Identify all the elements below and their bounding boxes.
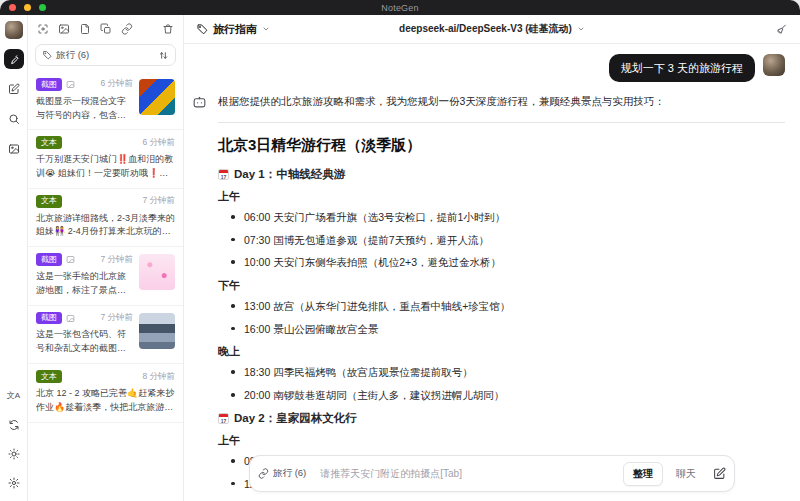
app-window: NoteGen 文A <box>0 0 800 501</box>
clear-chat-button[interactable] <box>775 23 788 36</box>
image-icon <box>66 80 75 89</box>
itinerary-item: 18:30 四季民福烤鸭（故宫店观景位需提前取号） <box>218 365 785 379</box>
note-time: 6 分钟前 <box>100 78 133 90</box>
note-type-badge: 截图 <box>36 253 62 266</box>
note-card[interactable]: 截图 7 分钟前 这是一张手绘的北京旅游地图，标注了景点、交通方式和门票价格，如… <box>28 247 183 305</box>
translate-icon: 文A <box>7 392 20 400</box>
compose-icon <box>8 83 20 95</box>
chat-input[interactable]: 请推荐天安门附近的拍摄点[Tab] <box>320 467 617 481</box>
notes-list: 截图 6 分钟前 截图显示一段混合文字与符号的内容，包含多行无序排列的字母、数字… <box>28 72 183 501</box>
send-button[interactable] <box>713 467 726 480</box>
model-name: deepseek-ai/DeepSeek-V3 (硅基流动) <box>399 22 572 36</box>
file-icon[interactable] <box>79 23 91 35</box>
nav-write-button[interactable] <box>4 79 24 99</box>
calendar-emoji <box>218 413 229 424</box>
nav-gallery-button[interactable] <box>4 139 24 159</box>
section-label: 上午 <box>218 433 785 448</box>
day-heading: Day 1：中轴线经典游 <box>218 167 785 182</box>
note-card[interactable]: 截图 6 分钟前 截图显示一段混合文字与符号的内容，包含多行无序排列的字母、数字… <box>28 72 183 130</box>
note-time: 8 分钟前 <box>142 371 175 383</box>
link-icon <box>258 468 269 479</box>
itinerary-item: 10:00 天安门东侧华表拍照（机位2+3，避免过金水桥） <box>218 255 785 269</box>
day-heading: Day 2：皇家园林文化行 <box>218 411 785 426</box>
note-time: 7 分钟前 <box>142 195 175 207</box>
note-thumbnail <box>139 313 175 349</box>
model-select[interactable]: deepseek-ai/DeepSeek-V3 (硅基流动) <box>399 22 585 36</box>
note-card[interactable]: 截图 7 分钟前 这是一张包含代码、符号和杂乱文本的截图，内容难以辨识，似乎涉及… <box>28 306 183 364</box>
sync-button[interactable] <box>4 415 24 435</box>
rail-bottom: 文A <box>4 377 24 493</box>
bot-icon <box>192 95 207 110</box>
note-type-badge: 文本 <box>36 136 62 149</box>
notes-toolbar <box>28 15 183 42</box>
chevron-down-icon <box>577 25 585 33</box>
note-thumbnail <box>139 254 175 290</box>
chat-scroll-area[interactable]: 规划一下 3 天的旅游行程 根据您提供的北京旅游攻略和需求，我为您规划一份3天深… <box>184 44 800 501</box>
highlighter-icon <box>8 53 20 65</box>
app-title: NoteGen <box>0 3 800 13</box>
itinerary-item: 16:00 景山公园俯瞰故宫全景 <box>218 322 785 336</box>
note-title-select[interactable]: 旅行指南 <box>196 22 270 37</box>
note-text: 这是一张包含代码、符号和杂乱文本的截图，内容难以辨识，似乎涉及技术... <box>36 328 133 356</box>
image-icon <box>66 314 75 323</box>
note-type-badge: 文本 <box>36 370 62 383</box>
divider <box>218 122 785 123</box>
tag-filter[interactable]: 旅行 (6) <box>35 44 176 66</box>
itinerary-item: 07:30 国博无包通道参观（提前7天预约，避开人流） <box>218 233 785 247</box>
nav-record-button[interactable] <box>4 49 24 69</box>
note-text: 北京 12 - 2 攻略已完善🤙赶紧来抄作业🔥趁着淡季，快把北京旅游攻略重新整理… <box>36 387 175 415</box>
theme-toggle-button[interactable] <box>4 444 24 464</box>
sun-icon <box>8 448 20 460</box>
composer-scope-label: 旅行 (6) <box>273 467 306 480</box>
nav-search-button[interactable] <box>4 109 24 129</box>
user-message-row: 规划一下 3 天的旅游行程 <box>192 54 785 82</box>
capture-icon[interactable] <box>37 23 49 35</box>
note-time: 7 分钟前 <box>100 254 133 266</box>
link-icon[interactable] <box>121 23 133 35</box>
titlebar: NoteGen <box>0 0 800 15</box>
note-text: 千万别逛天安门城门‼️血和泪的教训😭 姐妹们！一定要听劝哦❗除非是预约了参观天安… <box>36 153 175 181</box>
copy-icon[interactable] <box>100 23 112 35</box>
notes-panel: 旅行 (6) 截图 6 分钟前 截图显示一段混合文字与符号的内容，包含多行无序排… <box>28 15 184 501</box>
note-text: 截图显示一段混合文字与符号的内容，包含多行无序排列的字母、数字和符... <box>36 95 133 123</box>
image-icon <box>66 255 75 264</box>
note-text: 这是一张手绘的北京旅游地图，标注了景点、交通方式和门票价格，如天安... <box>36 270 133 298</box>
tag-filter-label: 旅行 (6) <box>56 49 154 62</box>
tag-icon <box>42 50 52 60</box>
section-label: 上午 <box>218 189 785 204</box>
chevron-down-icon <box>262 25 270 33</box>
chat-mode-button[interactable]: 聊天 <box>669 463 703 485</box>
tag-icon <box>196 23 208 35</box>
left-rail: 文A <box>0 15 28 501</box>
itinerary-item: 13:00 故宫（从东华门进免排队，重点看中轴线+珍宝馆） <box>218 299 785 313</box>
image-icon[interactable] <box>58 23 70 35</box>
note-thumbnail <box>139 79 175 115</box>
section-label: 下午 <box>218 278 785 293</box>
note-type-badge: 截图 <box>36 312 62 325</box>
main-header: 旅行指南 deepseek-ai/DeepSeek-V3 (硅基流动) <box>184 15 800 44</box>
note-time: 7 分钟前 <box>100 312 133 324</box>
translate-button[interactable]: 文A <box>4 386 24 406</box>
user-avatar <box>763 54 785 76</box>
itinerary-title: 北京3日精华游行程（淡季版） <box>218 136 785 155</box>
assistant-message: 根据您提供的北京旅游攻略和需求，我为您规划一份3天深度游行程，兼顾经典景点与实用… <box>218 94 785 501</box>
composer-scope[interactable]: 旅行 (6) <box>258 467 306 480</box>
composer: 旅行 (6) 请推荐天安门附近的拍摄点[Tab] 整理 聊天 <box>249 455 735 492</box>
itinerary-item: 20:00 南锣鼓巷逛胡同（主街人多，建议拐进帽儿胡同） <box>218 388 785 402</box>
gear-icon <box>8 477 20 489</box>
note-text: 北京旅游详细路线，2-3月淡季来的姐妹👭 2-4月份打算来北京玩的宝子 不用再翻… <box>36 212 175 240</box>
user-avatar[interactable] <box>5 21 23 39</box>
sort-icon[interactable] <box>158 50 169 61</box>
note-card[interactable]: 文本 6 分钟前 千万别逛天安门城门‼️血和泪的教训😭 姐妹们！一定要听劝哦❗除… <box>28 130 183 188</box>
note-type-badge: 截图 <box>36 78 62 91</box>
note-card[interactable]: 文本 7 分钟前 北京旅游详细路线，2-3月淡季来的姐妹👭 2-4月份打算来北京… <box>28 189 183 247</box>
main-area: 旅行指南 deepseek-ai/DeepSeek-V3 (硅基流动) 规划一下… <box>184 15 800 501</box>
search-icon <box>8 113 20 125</box>
user-message-bubble: 规划一下 3 天的旅游行程 <box>609 54 755 82</box>
note-time: 6 分钟前 <box>142 137 175 149</box>
settings-button[interactable] <box>4 473 24 493</box>
trash-icon[interactable] <box>162 23 174 35</box>
note-card[interactable]: 文本 8 分钟前 北京 12 - 2 攻略已完善🤙赶紧来抄作业🔥趁着淡季，快把北… <box>28 364 183 422</box>
organize-button[interactable]: 整理 <box>623 462 663 486</box>
gallery-icon <box>8 143 20 155</box>
